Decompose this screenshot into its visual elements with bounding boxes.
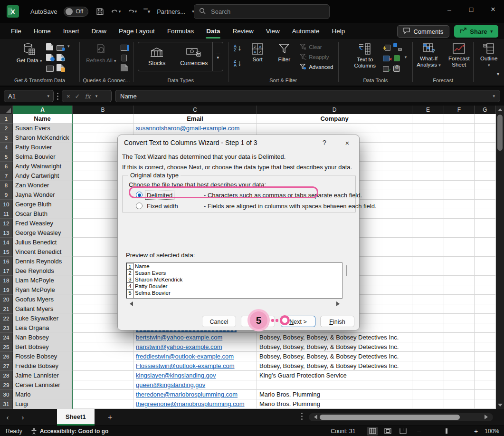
cell-E16[interactable]: [412, 257, 444, 266]
row-header-22[interactable]: 22: [0, 314, 13, 323]
cell-F21[interactable]: [444, 304, 475, 314]
cell-A2[interactable]: Susan Evers: [13, 124, 73, 133]
gallery-more-button[interactable]: ▾: [212, 42, 223, 71]
row-header-28[interactable]: 28: [0, 371, 13, 380]
add-sheet-button[interactable]: +: [108, 413, 113, 422]
email-link[interactable]: Flossiestwin@outlook-example.com: [136, 362, 235, 369]
maximize-button[interactable]: □: [460, 0, 482, 19]
cell-G24[interactable]: [475, 333, 496, 342]
column-header-B[interactable]: B: [73, 106, 133, 114]
undo-button[interactable]: ▾: [111, 7, 121, 16]
cell-A1[interactable]: Name: [13, 114, 73, 124]
cell-E17[interactable]: [412, 266, 444, 276]
tab-insert[interactable]: Insert: [57, 24, 86, 38]
cell-D24[interactable]: Bobsey, Bobsey, Bobsey, & Bobsey Detecti…: [257, 333, 412, 342]
filter-button[interactable]: Filter: [272, 41, 296, 65]
from-web-icon[interactable]: [46, 54, 55, 61]
preview-scroll-left-icon[interactable]: [127, 301, 133, 306]
cell-E18[interactable]: [412, 276, 444, 285]
cell-F1[interactable]: [444, 114, 475, 124]
cell-F25[interactable]: [444, 342, 475, 352]
cell-C31[interactable]: thegreenone@mariobrosplumming.com: [133, 399, 257, 409]
name-box[interactable]: A1▾: [4, 90, 54, 102]
prev-sheet-icon[interactable]: ‹: [0, 413, 15, 421]
email-link[interactable]: nanstwin@yahoo-example.com: [136, 343, 222, 350]
get-data-button[interactable]: Get Data ▾: [14, 41, 45, 66]
cell-E19[interactable]: [412, 285, 444, 295]
collapse-ribbon-icon[interactable]: ▾: [497, 71, 499, 77]
cell-E23[interactable]: [412, 323, 444, 333]
row-header-4[interactable]: 4: [0, 143, 13, 152]
zoom-slider[interactable]: [425, 431, 470, 431]
scrollbar-thumb[interactable]: [497, 115, 503, 151]
scroll-up-icon[interactable]: [496, 106, 504, 113]
cell-E30[interactable]: [412, 390, 444, 399]
scroll-left-icon[interactable]: [312, 415, 317, 419]
row-header-25[interactable]: 25: [0, 342, 13, 352]
email-link[interactable]: bertstwin@yahoo-example.com: [136, 334, 222, 341]
row-header-9[interactable]: 9: [0, 190, 13, 200]
existing-connections-icon[interactable]: [57, 64, 65, 71]
cell-F16[interactable]: [444, 257, 475, 266]
cell-E25[interactable]: [412, 342, 444, 352]
scroll-right-icon[interactable]: [485, 415, 490, 419]
zoom-out-icon[interactable]: –: [417, 427, 421, 435]
sheet-options-icon[interactable]: [301, 413, 303, 420]
cell-F28[interactable]: [444, 371, 475, 380]
cell-G28[interactable]: [475, 371, 496, 380]
data-preview-box[interactable]: 1Name2Susan Evers3Sharon McKendrick4Patt…: [126, 262, 342, 299]
cell-A15[interactable]: Vincent Benedict: [13, 247, 73, 257]
tab-review[interactable]: Review: [226, 24, 259, 38]
row-header-8[interactable]: 8: [0, 181, 13, 190]
cell-F5[interactable]: [444, 152, 475, 162]
cell-G6[interactable]: [475, 162, 496, 171]
email-link[interactable]: freddiestwin@outlook-example.com: [136, 353, 234, 360]
save-icon[interactable]: [95, 7, 105, 16]
email-link[interactable]: susannotsharon@gmail-example.com: [136, 125, 239, 132]
properties-icon[interactable]: [121, 54, 129, 61]
cell-D25[interactable]: Bobsey, Bobsey, Bobsey, & Bobsey Detecti…: [257, 342, 412, 352]
text-to-columns-button[interactable]: Text to Columns: [349, 41, 381, 71]
close-button[interactable]: ×: [482, 0, 504, 19]
cell-F11[interactable]: [444, 209, 475, 219]
cell-C24[interactable]: bertstwin@yahoo-example.com: [133, 333, 257, 342]
cell-D29[interactable]: [257, 380, 412, 390]
tab-data[interactable]: Data: [200, 24, 226, 38]
cell-F26[interactable]: [444, 352, 475, 361]
row-header-24[interactable]: 24: [0, 333, 13, 342]
cell-F10[interactable]: [444, 200, 475, 209]
cell-E24[interactable]: [412, 333, 444, 342]
cell-G3[interactable]: [475, 133, 496, 143]
cell-E4[interactable]: [412, 143, 444, 152]
share-button[interactable]: Share ▾: [454, 25, 498, 38]
cell-A16[interactable]: Dennis Reynolds: [13, 257, 73, 266]
cell-G17[interactable]: [475, 266, 496, 276]
tab-page-layout[interactable]: Page Layout: [113, 24, 161, 38]
what-if-analysis-button[interactable]: ? What-If Analysis ▾: [414, 41, 444, 70]
cell-G30[interactable]: [475, 390, 496, 399]
cell-C1[interactable]: Email: [133, 114, 257, 124]
edit-links-icon[interactable]: [121, 64, 129, 71]
cell-G5[interactable]: [475, 152, 496, 162]
cell-E2[interactable]: [412, 124, 444, 133]
page-layout-view-icon[interactable]: [382, 427, 393, 436]
cell-F27[interactable]: [444, 361, 475, 371]
column-header-C[interactable]: C: [133, 106, 257, 114]
column-header-G[interactable]: G: [475, 106, 496, 114]
cell-F30[interactable]: [444, 390, 475, 399]
cell-F8[interactable]: [444, 181, 475, 190]
row-header-14[interactable]: 14: [0, 238, 13, 247]
cell-A17[interactable]: Dee Reynolds: [13, 266, 73, 276]
preview-scroll-right-icon[interactable]: [336, 301, 342, 306]
cell-A7[interactable]: Andy Cartwright: [13, 171, 73, 181]
column-header-F[interactable]: F: [444, 106, 475, 114]
cell-A30[interactable]: Mario: [13, 390, 73, 399]
cell-D30[interactable]: Mario Bros. Plumming: [257, 390, 412, 399]
clear-filter-button[interactable]: Clear: [298, 43, 334, 50]
cell-F23[interactable]: [444, 323, 475, 333]
sort-za-button[interactable]: ZA↓: [232, 58, 243, 68]
row-header-31[interactable]: 31: [0, 399, 13, 409]
queries-connections-icon[interactable]: [121, 43, 129, 50]
row-header-27[interactable]: 27: [0, 361, 13, 371]
cell-G12[interactable]: [475, 219, 496, 228]
